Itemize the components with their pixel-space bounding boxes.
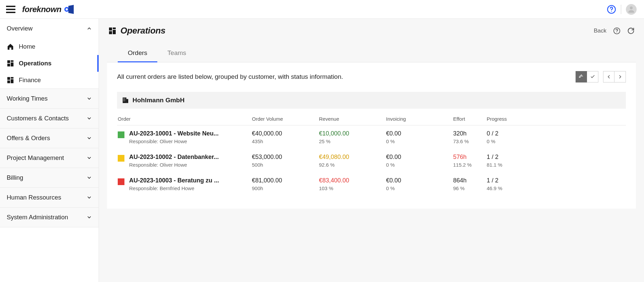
sidebar-group-label: Customers & Contacts: [7, 115, 69, 122]
sidebar-group-header[interactable]: Working Times: [0, 89, 99, 108]
cell-invoicing: €0.000 %: [386, 177, 453, 191]
sidebar-group-label: Working Times: [7, 95, 48, 102]
sidebar-item-label: Home: [19, 43, 35, 50]
revenue-value: €49,080.00: [319, 154, 386, 161]
status-swatch: [118, 155, 124, 162]
brand-text: foreknown: [22, 5, 61, 14]
sidebar-group-header[interactable]: Customers & Contacts: [0, 109, 99, 128]
chevron-down-icon: [87, 96, 92, 101]
topbar-right: [607, 4, 637, 15]
sidebar-item-label: Finance: [19, 76, 41, 84]
revenue-sub: 103 %: [319, 185, 386, 191]
next-button[interactable]: [614, 71, 626, 82]
svg-rect-26: [124, 101, 125, 101]
refresh-icon[interactable]: [627, 27, 635, 35]
svg-point-4: [630, 6, 633, 9]
svg-rect-21: [123, 98, 124, 99]
svg-point-1: [66, 8, 68, 10]
sidebar-item-operations[interactable]: Operations: [0, 55, 99, 72]
effort-value: 864h: [453, 177, 487, 184]
sidebar-group-header[interactable]: Overview: [0, 19, 99, 38]
svg-rect-25: [123, 101, 124, 101]
divider: [621, 5, 621, 14]
status-swatch: [118, 178, 124, 185]
order-volume-value: €40,000.00: [252, 130, 319, 137]
prev-button[interactable]: [603, 71, 614, 82]
progress-sub: 0 %: [487, 138, 625, 144]
sidebar-item-home[interactable]: Home: [0, 38, 99, 55]
tab-teams[interactable]: Teams: [163, 46, 190, 62]
chevron-down-icon: [87, 215, 92, 220]
status-swatch: [118, 131, 124, 138]
sidebar-group-header[interactable]: Billing: [0, 168, 99, 187]
sidebar-group-header[interactable]: System Administration: [0, 208, 99, 227]
orders-table: Order Order Volume Revenue Invoicing Eff…: [117, 110, 626, 196]
cell-order-volume: €53,000.00500h: [252, 154, 319, 168]
cell-order: AU-2023-10001 - Website Neu...Responsibl…: [118, 130, 252, 144]
sidebar-group: System Administration: [0, 208, 99, 227]
sidebar-group-header[interactable]: Human Ressources: [0, 188, 99, 207]
cell-effort: 576h115.2 %: [453, 154, 487, 168]
brand[interactable]: foreknown: [22, 5, 75, 14]
chevron-down-icon: [87, 116, 92, 121]
table-row[interactable]: AU-2023-10002 - Datenbanker...Responsibl…: [117, 149, 626, 172]
effort-value: 576h: [453, 154, 487, 161]
order-volume-value: €53,000.00: [252, 154, 319, 161]
chevron-down-icon: [87, 195, 92, 200]
sidebar-item-finance[interactable]: Finance: [0, 72, 99, 89]
cell-effort: 320h73.6 %: [453, 130, 487, 144]
col-invoicing: Invoicing: [386, 116, 453, 122]
main-content: Operations Back OrdersTeams: [99, 19, 644, 282]
cell-progress: 0 / 20 %: [487, 130, 625, 144]
progress-value: 1 / 2: [487, 177, 625, 184]
sidebar-group: Project Management: [0, 148, 99, 168]
svg-rect-15: [113, 30, 116, 34]
card-actions: [576, 71, 626, 82]
sidebar-group: Customers & Contacts: [0, 109, 99, 128]
revenue-value: €10,000.00: [319, 130, 386, 137]
table-row[interactable]: AU-2023-10001 - Website Neu...Responsibl…: [117, 125, 626, 149]
svg-rect-10: [11, 77, 13, 79]
col-revenue: Revenue: [319, 116, 386, 122]
dashboard-icon: [7, 60, 14, 67]
dashboard-icon: [7, 76, 14, 84]
invoicing-sub: 0 %: [386, 162, 453, 168]
effort-sub: 115.2 %: [453, 162, 487, 168]
svg-rect-9: [7, 77, 10, 80]
topbar-left: foreknown: [6, 5, 75, 14]
settings-button[interactable]: [576, 71, 587, 82]
cell-order: AU-2023-10002 - Datenbanker...Responsibl…: [118, 154, 252, 168]
svg-rect-13: [109, 27, 112, 31]
svg-rect-20: [126, 99, 128, 103]
toggle-group-1: [576, 71, 598, 82]
order-name: AU-2023-10001 - Website Neu...: [129, 130, 219, 137]
sidebar-item-label: Operations: [19, 60, 52, 67]
sidebar-group: OverviewHomeOperationsFinance: [0, 19, 99, 89]
cell-progress: 1 / 281.1 %: [487, 154, 625, 168]
sidebar-group-label: Offers & Orders: [7, 134, 50, 142]
table-header-row: Order Order Volume Revenue Invoicing Eff…: [117, 110, 626, 125]
svg-rect-5: [7, 60, 10, 63]
cell-invoicing: €0.000 %: [386, 154, 453, 168]
col-progress: Progress: [487, 116, 625, 122]
sidebar-group-label: Overview: [7, 25, 33, 32]
tab-orders[interactable]: Orders: [124, 46, 151, 62]
order-responsible: Responsible: Oliver Howe: [129, 162, 219, 168]
svg-rect-8: [7, 64, 10, 66]
sidebar-group: Billing: [0, 168, 99, 188]
user-avatar[interactable]: [626, 4, 637, 15]
table-row[interactable]: AU-2023-10003 - Beratung zu ...Responsib…: [117, 172, 626, 196]
progress-value: 1 / 2: [487, 154, 625, 161]
page-actions: Back: [594, 27, 635, 35]
help-icon[interactable]: [613, 27, 621, 35]
back-link[interactable]: Back: [594, 27, 606, 34]
menu-toggle-button[interactable]: [6, 6, 15, 13]
sidebar-group-header[interactable]: Project Management: [0, 148, 99, 168]
sidebar-group-label: System Administration: [7, 214, 68, 221]
help-icon[interactable]: [607, 5, 616, 14]
confirm-button[interactable]: [587, 71, 598, 82]
revenue-sub: 25 %: [319, 138, 386, 144]
page-header: Operations Back: [107, 23, 636, 37]
sidebar-group: Working Times: [0, 89, 99, 109]
sidebar-group-header[interactable]: Offers & Orders: [0, 128, 99, 148]
